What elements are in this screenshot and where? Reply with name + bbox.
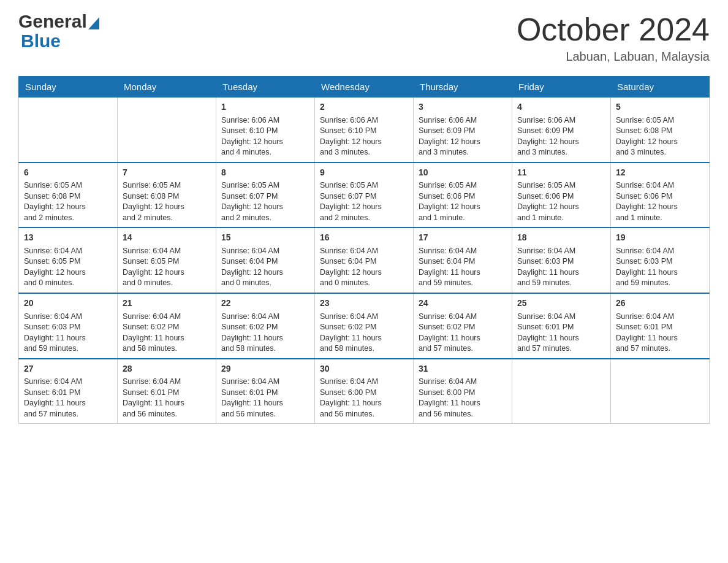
- day-info: Sunrise: 6:04 AMSunset: 6:03 PMDaylight:…: [517, 246, 605, 289]
- day-number: 27: [24, 363, 112, 375]
- day-number: 5: [616, 101, 704, 113]
- day-number: 17: [419, 232, 507, 244]
- calendar-cell: 18Sunrise: 6:04 AMSunset: 6:03 PMDayligh…: [512, 228, 611, 293]
- calendar-cell: 20Sunrise: 6:04 AMSunset: 6:03 PMDayligh…: [19, 293, 118, 359]
- calendar-cell: 1Sunrise: 6:06 AMSunset: 6:10 PMDaylight…: [216, 98, 315, 163]
- day-info: Sunrise: 6:05 AMSunset: 6:08 PMDaylight:…: [24, 180, 112, 223]
- day-info: Sunrise: 6:06 AMSunset: 6:10 PMDaylight:…: [320, 115, 408, 158]
- calendar-week-row: 27Sunrise: 6:04 AMSunset: 6:01 PMDayligh…: [19, 359, 710, 424]
- day-info: Sunrise: 6:04 AMSunset: 6:01 PMDaylight:…: [517, 312, 605, 354]
- day-info: Sunrise: 6:04 AMSunset: 6:04 PMDaylight:…: [320, 246, 408, 289]
- day-number: 14: [123, 232, 211, 244]
- day-number: 21: [123, 297, 211, 310]
- logo-arrow-icon: [88, 17, 99, 29]
- calendar-header-wednesday: Wednesday: [315, 77, 414, 98]
- calendar-cell: 3Sunrise: 6:06 AMSunset: 6:09 PMDaylight…: [414, 98, 512, 163]
- day-number: 22: [221, 297, 309, 310]
- calendar-cell: 24Sunrise: 6:04 AMSunset: 6:02 PMDayligh…: [414, 293, 512, 359]
- day-info: Sunrise: 6:04 AMSunset: 6:04 PMDaylight:…: [419, 246, 507, 289]
- calendar-cell: 14Sunrise: 6:04 AMSunset: 6:05 PMDayligh…: [118, 228, 216, 293]
- calendar-header-sunday: Sunday: [19, 77, 118, 98]
- day-info: Sunrise: 6:04 AMSunset: 6:00 PMDaylight:…: [320, 377, 408, 419]
- calendar-cell: 15Sunrise: 6:04 AMSunset: 6:04 PMDayligh…: [216, 228, 315, 293]
- day-number: 12: [616, 167, 704, 179]
- calendar-cell: [512, 359, 611, 424]
- day-number: 9: [320, 167, 408, 179]
- day-info: Sunrise: 6:04 AMSunset: 6:01 PMDaylight:…: [221, 377, 309, 419]
- day-number: 30: [320, 363, 408, 375]
- day-info: Sunrise: 6:04 AMSunset: 6:03 PMDaylight:…: [24, 312, 112, 354]
- calendar-cell: 17Sunrise: 6:04 AMSunset: 6:04 PMDayligh…: [414, 228, 512, 293]
- calendar-header-tuesday: Tuesday: [216, 77, 315, 98]
- page-header: General Blue October 2024 Labuan, Labuan…: [18, 12, 710, 64]
- calendar-cell: 6Sunrise: 6:05 AMSunset: 6:08 PMDaylight…: [19, 163, 118, 228]
- day-info: Sunrise: 6:06 AMSunset: 6:09 PMDaylight:…: [419, 115, 507, 158]
- calendar-cell: 8Sunrise: 6:05 AMSunset: 6:07 PMDaylight…: [216, 163, 315, 228]
- day-info: Sunrise: 6:04 AMSunset: 6:02 PMDaylight:…: [221, 312, 309, 354]
- calendar-cell: 25Sunrise: 6:04 AMSunset: 6:01 PMDayligh…: [512, 293, 611, 359]
- calendar-cell: 30Sunrise: 6:04 AMSunset: 6:00 PMDayligh…: [315, 359, 414, 424]
- day-info: Sunrise: 6:04 AMSunset: 6:02 PMDaylight:…: [123, 312, 211, 354]
- day-number: 7: [123, 167, 211, 179]
- day-number: 20: [24, 297, 112, 310]
- logo-general-text: General: [18, 12, 87, 31]
- day-info: Sunrise: 6:05 AMSunset: 6:06 PMDaylight:…: [517, 180, 605, 223]
- day-number: 18: [517, 232, 605, 244]
- day-number: 8: [221, 167, 309, 179]
- day-info: Sunrise: 6:05 AMSunset: 6:07 PMDaylight:…: [320, 180, 408, 223]
- calendar-header-friday: Friday: [512, 77, 611, 98]
- calendar-header-monday: Monday: [118, 77, 216, 98]
- day-number: 1: [221, 101, 309, 113]
- day-number: 11: [517, 167, 605, 179]
- day-number: 19: [616, 232, 704, 244]
- day-number: 31: [419, 363, 507, 375]
- logo: General Blue: [18, 12, 99, 52]
- title-area: October 2024 Labuan, Labuan, Malaysia: [517, 12, 710, 64]
- calendar-cell: 26Sunrise: 6:04 AMSunset: 6:01 PMDayligh…: [611, 293, 710, 359]
- calendar-header-saturday: Saturday: [611, 77, 710, 98]
- day-number: 24: [419, 297, 507, 310]
- day-info: Sunrise: 6:04 AMSunset: 6:05 PMDaylight:…: [123, 246, 211, 289]
- calendar-cell: 13Sunrise: 6:04 AMSunset: 6:05 PMDayligh…: [19, 228, 118, 293]
- day-info: Sunrise: 6:04 AMSunset: 6:05 PMDaylight:…: [24, 246, 112, 289]
- calendar-cell: 5Sunrise: 6:05 AMSunset: 6:08 PMDaylight…: [611, 98, 710, 163]
- day-number: 29: [221, 363, 309, 375]
- calendar-cell: 16Sunrise: 6:04 AMSunset: 6:04 PMDayligh…: [315, 228, 414, 293]
- calendar-cell: 9Sunrise: 6:05 AMSunset: 6:07 PMDaylight…: [315, 163, 414, 228]
- calendar-cell: 12Sunrise: 6:04 AMSunset: 6:06 PMDayligh…: [611, 163, 710, 228]
- day-number: 25: [517, 297, 605, 310]
- day-number: 4: [517, 101, 605, 113]
- day-info: Sunrise: 6:04 AMSunset: 6:02 PMDaylight:…: [419, 312, 507, 354]
- day-info: Sunrise: 6:06 AMSunset: 6:10 PMDaylight:…: [221, 115, 309, 158]
- calendar-table: SundayMondayTuesdayWednesdayThursdayFrid…: [18, 76, 710, 424]
- day-number: 10: [419, 167, 507, 179]
- day-info: Sunrise: 6:05 AMSunset: 6:06 PMDaylight:…: [419, 180, 507, 223]
- calendar-cell: 29Sunrise: 6:04 AMSunset: 6:01 PMDayligh…: [216, 359, 315, 424]
- day-number: 23: [320, 297, 408, 310]
- day-number: 2: [320, 101, 408, 113]
- calendar-header-row: SundayMondayTuesdayWednesdayThursdayFrid…: [19, 77, 710, 98]
- calendar-header-thursday: Thursday: [414, 77, 512, 98]
- month-year-title: October 2024: [517, 12, 710, 47]
- location-subtitle: Labuan, Labuan, Malaysia: [517, 50, 710, 64]
- calendar-cell: [19, 98, 118, 163]
- day-number: 3: [419, 101, 507, 113]
- day-info: Sunrise: 6:04 AMSunset: 6:03 PMDaylight:…: [616, 246, 704, 289]
- calendar-week-row: 1Sunrise: 6:06 AMSunset: 6:10 PMDaylight…: [19, 98, 710, 163]
- day-number: 28: [123, 363, 211, 375]
- calendar-cell: 21Sunrise: 6:04 AMSunset: 6:02 PMDayligh…: [118, 293, 216, 359]
- calendar-week-row: 6Sunrise: 6:05 AMSunset: 6:08 PMDaylight…: [19, 163, 710, 228]
- day-info: Sunrise: 6:04 AMSunset: 6:01 PMDaylight:…: [24, 377, 112, 419]
- day-info: Sunrise: 6:04 AMSunset: 6:00 PMDaylight:…: [419, 377, 507, 419]
- day-info: Sunrise: 6:04 AMSunset: 6:06 PMDaylight:…: [616, 180, 704, 223]
- calendar-cell: [611, 359, 710, 424]
- day-number: 15: [221, 232, 309, 244]
- calendar-cell: 27Sunrise: 6:04 AMSunset: 6:01 PMDayligh…: [19, 359, 118, 424]
- calendar-week-row: 13Sunrise: 6:04 AMSunset: 6:05 PMDayligh…: [19, 228, 710, 293]
- calendar-cell: 23Sunrise: 6:04 AMSunset: 6:02 PMDayligh…: [315, 293, 414, 359]
- logo-blue-text: Blue: [21, 31, 61, 51]
- day-info: Sunrise: 6:06 AMSunset: 6:09 PMDaylight:…: [517, 115, 605, 158]
- day-number: 26: [616, 297, 704, 310]
- day-info: Sunrise: 6:04 AMSunset: 6:02 PMDaylight:…: [320, 312, 408, 354]
- calendar-cell: 2Sunrise: 6:06 AMSunset: 6:10 PMDaylight…: [315, 98, 414, 163]
